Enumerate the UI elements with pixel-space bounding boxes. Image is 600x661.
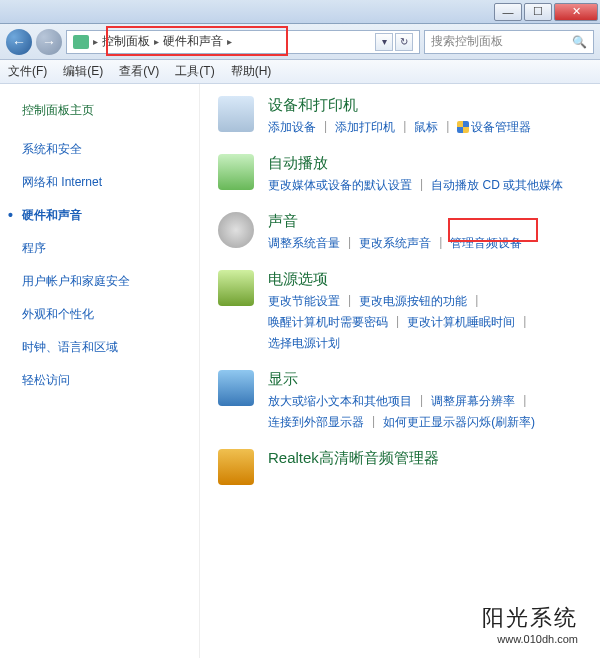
pipe-separator: | <box>523 393 526 410</box>
link-4-0[interactable]: 放大或缩小文本和其他项目 <box>268 393 412 410</box>
shield-icon <box>457 121 469 133</box>
link-3-1[interactable]: 更改电源按钮的功能 <box>359 293 467 310</box>
maximize-button[interactable]: ☐ <box>524 3 552 21</box>
minimize-button[interactable]: — <box>494 3 522 21</box>
pipe-separator: | <box>446 119 449 136</box>
chevron-right-icon: ▸ <box>154 36 159 47</box>
breadcrumb-field[interactable]: ▸ 控制面板 ▸ 硬件和声音 ▸ ▾ ↻ <box>66 30 420 54</box>
menu-view[interactable]: 查看(V) <box>119 63 159 80</box>
section-2: 声音调整系统音量|更改系统声音|管理音频设备 <box>218 212 582 252</box>
link-3-0[interactable]: 更改节能设置 <box>268 293 340 310</box>
link-2-2[interactable]: 管理音频设备 <box>450 235 522 252</box>
link-label: 添加打印机 <box>335 120 395 134</box>
section-title[interactable]: 电源选项 <box>268 270 582 289</box>
watermark-url: www.010dh.com <box>482 633 578 645</box>
section-title[interactable]: 设备和打印机 <box>268 96 531 115</box>
pipe-separator: | <box>396 314 399 331</box>
menu-edit[interactable]: 编辑(E) <box>63 63 103 80</box>
link-4-1[interactable]: 调整屏幕分辨率 <box>431 393 515 410</box>
sidebar-item-6[interactable]: 时钟、语言和区域 <box>22 339 189 356</box>
close-button[interactable]: ✕ <box>554 3 598 21</box>
link-label: 更改媒体或设备的默认设置 <box>268 178 412 192</box>
section-0: 设备和打印机添加设备|添加打印机|鼠标|设备管理器 <box>218 96 582 136</box>
link-3-4[interactable]: 选择电源计划 <box>268 335 340 352</box>
sidebar-item-5[interactable]: 外观和个性化 <box>22 306 189 323</box>
section-1: 自动播放更改媒体或设备的默认设置|自动播放 CD 或其他媒体 <box>218 154 582 194</box>
address-dropdown-button[interactable]: ▾ <box>375 33 393 51</box>
section-links: 放大或缩小文本和其他项目|调整屏幕分辨率|连接到外部显示器|如何更正显示器闪烁(… <box>268 393 582 431</box>
realtek-icon <box>218 449 254 485</box>
link-label: 更改节能设置 <box>268 294 340 308</box>
pipe-separator: | <box>348 293 351 310</box>
sidebar-item-1[interactable]: 网络和 Internet <box>22 174 189 191</box>
pipe-separator: | <box>439 235 442 252</box>
breadcrumb-root[interactable]: ▸ 控制面板 <box>93 33 150 50</box>
search-icon[interactable]: 🔍 <box>572 35 587 49</box>
breadcrumb-current[interactable]: ▸ 硬件和声音 ▸ <box>154 33 232 50</box>
display-icon <box>218 370 254 406</box>
section-title[interactable]: 显示 <box>268 370 582 389</box>
autoplay-icon <box>218 154 254 190</box>
search-input[interactable]: 搜索控制面板 🔍 <box>424 30 594 54</box>
link-1-0[interactable]: 更改媒体或设备的默认设置 <box>268 177 412 194</box>
section-4: 显示放大或缩小文本和其他项目|调整屏幕分辨率|连接到外部显示器|如何更正显示器闪… <box>218 370 582 431</box>
link-2-1[interactable]: 更改系统声音 <box>359 235 431 252</box>
link-label: 连接到外部显示器 <box>268 415 364 429</box>
sidebar-item-0[interactable]: 系统和安全 <box>22 141 189 158</box>
link-label: 自动播放 CD 或其他媒体 <box>431 178 563 192</box>
link-3-2[interactable]: 唤醒计算机时需要密码 <box>268 314 388 331</box>
link-2-0[interactable]: 调整系统音量 <box>268 235 340 252</box>
back-button[interactable]: ← <box>6 29 32 55</box>
pipe-separator: | <box>420 393 423 410</box>
pipe-separator: | <box>348 235 351 252</box>
link-1-1[interactable]: 自动播放 CD 或其他媒体 <box>431 177 563 194</box>
refresh-button[interactable]: ↻ <box>395 33 413 51</box>
menu-file[interactable]: 文件(F) <box>8 63 47 80</box>
link-label: 鼠标 <box>414 120 438 134</box>
sidebar-item-2[interactable]: 硬件和声音 <box>22 207 189 224</box>
link-0-0[interactable]: 添加设备 <box>268 119 316 136</box>
search-placeholder: 搜索控制面板 <box>431 33 503 50</box>
pipe-separator: | <box>324 119 327 136</box>
link-0-3[interactable]: 设备管理器 <box>457 119 531 136</box>
link-label: 更改系统声音 <box>359 236 431 250</box>
section-title[interactable]: 声音 <box>268 212 522 231</box>
section-title[interactable]: 自动播放 <box>268 154 563 173</box>
section-title[interactable]: Realtek高清晰音频管理器 <box>268 449 439 468</box>
link-label: 调整屏幕分辨率 <box>431 394 515 408</box>
link-label: 添加设备 <box>268 120 316 134</box>
sound-icon <box>218 212 254 248</box>
link-label: 放大或缩小文本和其他项目 <box>268 394 412 408</box>
sidebar-item-4[interactable]: 用户帐户和家庭安全 <box>22 273 189 290</box>
chevron-right-icon: ▸ <box>93 36 98 47</box>
link-4-2[interactable]: 连接到外部显示器 <box>268 414 364 431</box>
link-4-3[interactable]: 如何更正显示器闪烁(刷新率) <box>383 414 535 431</box>
sidebar-item-7[interactable]: 轻松访问 <box>22 372 189 389</box>
section-links: 添加设备|添加打印机|鼠标|设备管理器 <box>268 119 531 136</box>
address-bar: ← → ▸ 控制面板 ▸ 硬件和声音 ▸ ▾ ↻ 搜索控制面板 🔍 <box>0 24 600 60</box>
pipe-separator: | <box>403 119 406 136</box>
pipe-separator: | <box>475 293 478 310</box>
control-panel-icon <box>73 35 89 49</box>
content-area: 设备和打印机添加设备|添加打印机|鼠标|设备管理器自动播放更改媒体或设备的默认设… <box>200 84 600 658</box>
menu-tools[interactable]: 工具(T) <box>175 63 214 80</box>
link-label: 设备管理器 <box>471 120 531 134</box>
printer-icon <box>218 96 254 132</box>
link-3-3[interactable]: 更改计算机睡眠时间 <box>407 314 515 331</box>
section-links: 调整系统音量|更改系统声音|管理音频设备 <box>268 235 522 252</box>
breadcrumb-current-label: 硬件和声音 <box>163 33 223 50</box>
link-label: 如何更正显示器闪烁(刷新率) <box>383 415 535 429</box>
chevron-right-icon: ▸ <box>227 36 232 47</box>
forward-button[interactable]: → <box>36 29 62 55</box>
pipe-separator: | <box>372 414 375 431</box>
link-label: 更改计算机睡眠时间 <box>407 315 515 329</box>
section-5: Realtek高清晰音频管理器 <box>218 449 582 485</box>
sidebar-home[interactable]: 控制面板主页 <box>22 102 189 119</box>
menu-help[interactable]: 帮助(H) <box>231 63 272 80</box>
link-0-1[interactable]: 添加打印机 <box>335 119 395 136</box>
link-label: 选择电源计划 <box>268 336 340 350</box>
link-label: 调整系统音量 <box>268 236 340 250</box>
pipe-separator: | <box>420 177 423 194</box>
sidebar-item-3[interactable]: 程序 <box>22 240 189 257</box>
link-0-2[interactable]: 鼠标 <box>414 119 438 136</box>
